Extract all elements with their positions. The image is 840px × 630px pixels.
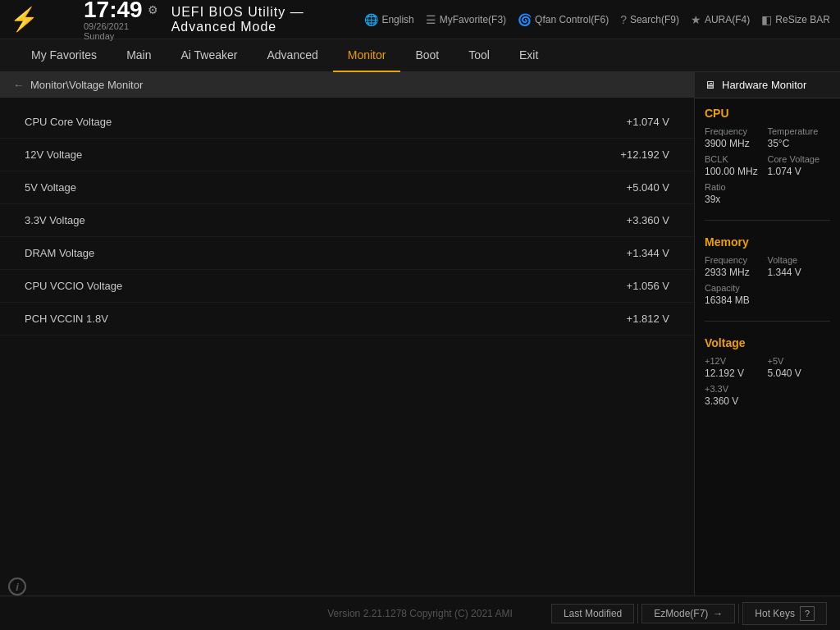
info-area: i (8, 578, 26, 596)
navigation-bar: My Favorites Main Ai Tweaker Advanced Mo… (0, 39, 840, 72)
memory-capacity-value: 16384 MB (705, 294, 830, 306)
breadcrumb-back-icon[interactable]: ← (13, 79, 24, 91)
footer-divider-1 (637, 604, 638, 623)
cpu-freq-temp-row: Frequency 3900 MHz Temperature 35°C (705, 126, 830, 149)
main-area: ← Monitor\Voltage Monitor CPU Core Volta… (0, 72, 840, 596)
cpu-frequency-value: 3900 MHz (705, 138, 768, 149)
voltage-row-label: 3.3V Voltage (25, 214, 627, 226)
nav-item-tool[interactable]: Tool (454, 39, 504, 72)
voltage-row[interactable]: PCH VCCIN 1.8V +1.812 V (0, 303, 694, 336)
date-text: 09/26/2021 (84, 21, 129, 31)
voltage-33v-label: +3.3V (705, 384, 830, 394)
voltage-row-label: 5V Voltage (25, 181, 627, 194)
nav-item-monitor[interactable]: Monitor (333, 39, 401, 72)
globe-icon: 🌐 (364, 13, 378, 26)
nav-item-myfavorites[interactable]: My Favorites (16, 39, 112, 72)
voltage-row-value: +12.192 V (620, 148, 669, 161)
voltage-row[interactable]: 12V Voltage +12.192 V (0, 139, 694, 171)
hotkeys-button[interactable]: Hot Keys ? (742, 602, 827, 625)
header-myfavorite[interactable]: ☰ MyFavorite(F3) (426, 13, 506, 26)
voltage-row-value: +5.040 V (627, 181, 669, 194)
cpu-ratio-label: Ratio (705, 182, 830, 192)
voltage-33v-row: +3.3V 3.360 V (705, 384, 830, 407)
header-aura[interactable]: ★ AURA(F4) (691, 13, 750, 26)
search-icon: ? (620, 13, 627, 26)
gear-icon[interactable]: ⚙ (148, 3, 158, 16)
time-display: 17:49 (84, 0, 143, 21)
memory-voltage-col: Voltage 1.344 V (768, 255, 831, 278)
voltage-row-value: +1.074 V (627, 116, 669, 128)
header: ⚡ 17:49 ⚙ 09/26/2021 Sunday UEFI BIOS Ut… (0, 0, 840, 39)
ezmode-button[interactable]: EzMode(F7) → (641, 604, 735, 623)
voltage-row-value: +1.812 V (627, 313, 669, 325)
ezmode-label: EzMode(F7) (654, 608, 708, 619)
cpu-bclk-col: BCLK 100.00 MHz (705, 154, 768, 177)
monitor-icon: 🖥 (705, 79, 715, 91)
nav-item-exit[interactable]: Exit (504, 39, 553, 72)
cpu-temperature-col: Temperature 35°C (768, 126, 831, 149)
voltage-5v-label: +5V (768, 356, 831, 366)
cpu-frequency-label: Frequency (705, 126, 768, 136)
cpu-frequency-col: Frequency 3900 MHz (705, 126, 768, 149)
info-icon[interactable]: i (8, 578, 26, 596)
header-title: UEFI BIOS Utility — Advanced Mode (171, 5, 365, 34)
nav-item-aitweaker[interactable]: Ai Tweaker (166, 39, 252, 72)
memory-frequency-value: 2933 MHz (705, 267, 768, 278)
qfan-icon: 🌀 (518, 13, 532, 26)
voltage-row-label: DRAM Voltage (25, 247, 627, 259)
voltage-row-label: CPU VCCIO Voltage (25, 280, 627, 292)
voltage-12v-5v-row: +12V 12.192 V +5V 5.040 V (705, 356, 830, 379)
voltage-row[interactable]: 3.3V Voltage +3.360 V (0, 204, 694, 237)
memory-freq-volt-row: Frequency 2933 MHz Voltage 1.344 V (705, 255, 830, 278)
memory-section-title: Memory (705, 235, 830, 249)
header-qfan[interactable]: 🌀 Qfan Control(F6) (518, 13, 609, 26)
qfan-label: Qfan Control(F6) (535, 14, 609, 25)
voltage-row-value: +1.344 V (627, 247, 669, 259)
memory-frequency-label: Frequency (705, 255, 768, 265)
voltage-row[interactable]: DRAM Voltage +1.344 V (0, 237, 694, 270)
nav-item-boot[interactable]: Boot (400, 39, 454, 72)
header-resizebar[interactable]: ◧ ReSize BAR (761, 13, 830, 26)
voltage-5v-value: 5.040 V (768, 368, 831, 379)
cpu-temperature-label: Temperature (768, 126, 831, 136)
breadcrumb: ← Monitor\Voltage Monitor (0, 72, 694, 98)
hotkeys-icon: ? (800, 606, 815, 621)
ezmode-arrow-icon: → (713, 608, 723, 619)
last-modified-button[interactable]: Last Modified (551, 604, 634, 623)
voltage-row-label: CPU Core Voltage (25, 116, 627, 128)
voltage-12v-label: +12V (705, 356, 768, 366)
left-panel: ← Monitor\Voltage Monitor CPU Core Volta… (0, 72, 694, 596)
cpu-ratio-value: 39x (705, 194, 830, 205)
hardware-monitor-panel: 🖥 Hardware Monitor CPU Frequency 3900 MH… (694, 72, 840, 596)
cpu-corevoltage-col: Core Voltage 1.074 V (768, 154, 831, 177)
search-label: Search(F9) (630, 14, 679, 25)
voltage-33v-value: 3.360 V (705, 395, 830, 407)
myfavorite-label: MyFavorite(F3) (440, 14, 506, 25)
cpu-section-title: CPU (705, 107, 830, 120)
version-text: Version 2.21.1278 Copyright (C) 2021 AMI (327, 608, 512, 619)
datetime-area: 17:49 ⚙ 09/26/2021 Sunday (84, 0, 158, 41)
header-search[interactable]: ? Search(F9) (620, 13, 679, 26)
cpu-bclk-value: 100.00 MHz (705, 166, 768, 177)
memory-capacity-label: Capacity (705, 283, 830, 293)
nav-item-main[interactable]: Main (112, 39, 166, 72)
voltage-list: CPU Core Voltage +1.074 V 12V Voltage +1… (0, 98, 694, 344)
cpu-corevoltage-label: Core Voltage (768, 154, 831, 164)
voltage-33v-col: +3.3V 3.360 V (705, 384, 830, 407)
voltage-row[interactable]: 5V Voltage +5.040 V (0, 171, 694, 204)
logo-area: ⚡ (10, 6, 84, 33)
aura-icon: ★ (691, 13, 701, 26)
voltage-row-label: 12V Voltage (25, 148, 620, 161)
resizebar-label: ReSize BAR (775, 14, 830, 25)
nav-item-advanced[interactable]: Advanced (252, 39, 332, 72)
voltage-row[interactable]: CPU Core Voltage +1.074 V (0, 106, 694, 139)
voltage-5v-col: +5V 5.040 V (768, 356, 831, 379)
footer-divider-2 (738, 604, 739, 623)
voltage-row[interactable]: CPU VCCIO Voltage +1.056 V (0, 270, 694, 303)
voltage-section: Voltage +12V 12.192 V +5V 5.040 V +3.3V … (695, 328, 840, 415)
cpu-bclk-corevolt-row: BCLK 100.00 MHz Core Voltage 1.074 V (705, 154, 830, 177)
date-display: 09/26/2021 Sunday (84, 21, 129, 41)
header-language[interactable]: 🌐 English (364, 13, 413, 26)
voltage-row-value: +3.360 V (627, 214, 669, 226)
memory-voltage-divider (705, 321, 830, 322)
